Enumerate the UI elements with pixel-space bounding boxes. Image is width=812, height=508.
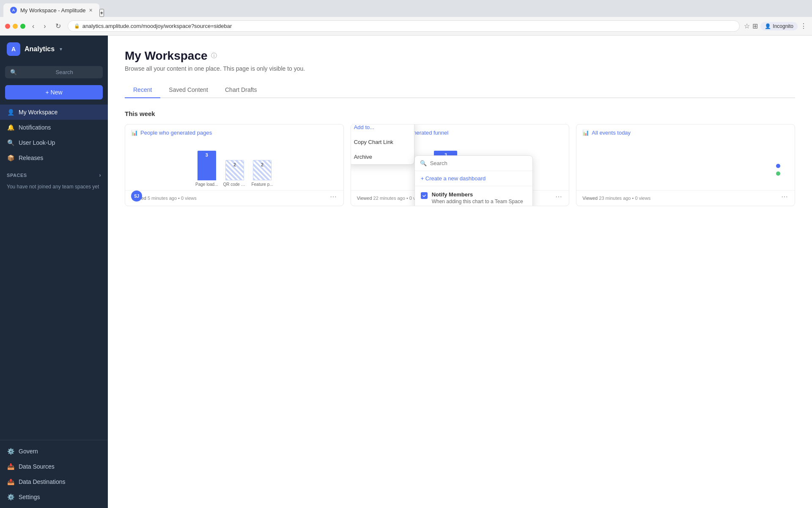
main-content: My Workspace ⓘ Browse all your content i… xyxy=(108,36,812,508)
sidebar-item-label: Notifications xyxy=(19,124,51,131)
page-title: My Workspace xyxy=(125,49,208,63)
copy-link-label: Copy Chart Link xyxy=(354,139,393,145)
data-destinations-icon: 📤 xyxy=(7,478,14,486)
tab-close-button[interactable]: × xyxy=(89,7,92,14)
notify-title: Notify Members xyxy=(432,191,523,198)
settings-icon: ⚙️ xyxy=(7,493,14,501)
browser-chrome: A My Workspace - Amplitude × + ‹ › ↻ 🔒 a… xyxy=(0,0,812,36)
spaces-label: SPACES xyxy=(7,173,27,178)
chart-icon: 📊 xyxy=(582,130,589,136)
active-tab[interactable]: A My Workspace - Amplitude × xyxy=(3,3,99,17)
back-button[interactable]: ‹ xyxy=(30,21,37,32)
bar-feature: 2 xyxy=(253,160,272,180)
app-layout: A Analytics ▾ 🔍 Search + New 👤 My Worksp… xyxy=(0,36,812,508)
sidebar-item-notifications[interactable]: 🔔 Notifications xyxy=(0,120,108,135)
app-name-chevron-icon[interactable]: ▾ xyxy=(60,46,62,52)
sidebar-search-field[interactable]: 🔍 Search xyxy=(5,66,103,78)
extension-icon[interactable]: ⊞ xyxy=(752,22,758,30)
menu-icon[interactable]: ⋮ xyxy=(800,22,807,30)
context-menu: Add to... Copy Chart Link Archive xyxy=(351,124,414,165)
avatar: SJ xyxy=(131,190,142,202)
page-subtitle: Browse all your content in one place. Th… xyxy=(125,65,795,72)
chart-card-people-pages: 📊 People who generated pages 3 Page load… xyxy=(125,124,344,206)
tab-chart-drafts[interactable]: Chart Drafts xyxy=(217,82,265,98)
card-chart-body xyxy=(576,139,795,190)
submenu-search-icon: 🔍 xyxy=(420,160,427,166)
submenu-search-input[interactable] xyxy=(430,160,527,166)
bar-container: 2 xyxy=(253,146,272,180)
reload-button[interactable]: ↻ xyxy=(53,20,63,32)
tab-recent[interactable]: Recent xyxy=(125,82,160,98)
submenu-search-bar: 🔍 xyxy=(415,156,532,171)
sidebar-item-label: Data Sources xyxy=(19,463,55,470)
bar-container: 2 xyxy=(225,146,244,180)
add-to-label: Add to... xyxy=(354,124,374,130)
profile-label: Incognito xyxy=(773,23,793,29)
sidebar-bottom-nav: ⚙️ Govern 📥 Data Sources 📤 Data Destinat… xyxy=(0,440,108,508)
card-chart-body: 3 Page load... 2 QR code g... xyxy=(125,139,343,190)
notify-checkbox[interactable] xyxy=(421,192,428,199)
spaces-header[interactable]: SPACES › xyxy=(7,172,101,178)
info-icon[interactable]: ⓘ xyxy=(211,52,217,60)
user-lookup-icon: 🔍 xyxy=(7,139,14,146)
dashboard-submenu: 🔍 + Create a new dashboard xyxy=(414,155,533,206)
more-menu-button[interactable]: ⋯ xyxy=(553,192,565,202)
sidebar-item-settings[interactable]: ⚙️ Settings xyxy=(0,489,108,505)
tabs-bar: Recent Saved Content Chart Drafts xyxy=(125,82,795,98)
context-menu-item-add-to[interactable]: Add to... xyxy=(351,124,414,135)
chart-card-qr-funnel: 📊 User > QR code generated funnel 3 Page… xyxy=(351,124,570,206)
card-header: 📊 All events today xyxy=(576,124,795,139)
sidebar-item-label: Data Destinations xyxy=(19,478,66,485)
context-menu-item-archive[interactable]: Archive xyxy=(351,149,414,164)
sidebar-item-user-lookup[interactable]: 🔍 User Look-Up xyxy=(0,135,108,150)
bar-group-2: 2 QR code g... xyxy=(223,146,246,187)
spaces-chevron-icon: › xyxy=(99,172,101,178)
bar-container: 3 xyxy=(198,146,216,180)
create-new-dashboard-button[interactable]: + Create a new dashboard xyxy=(415,171,532,186)
sidebar-item-label: My Workspace xyxy=(19,109,58,116)
maximize-window-button[interactable] xyxy=(20,24,25,29)
profile-chip[interactable]: 👤 Incognito xyxy=(760,22,798,30)
search-placeholder: Search xyxy=(56,69,98,75)
forward-button[interactable]: › xyxy=(41,21,48,32)
sidebar-item-label: Govern xyxy=(19,448,38,455)
spaces-section: SPACES › xyxy=(0,167,108,180)
sidebar-item-govern[interactable]: ⚙️ Govern xyxy=(0,444,108,459)
create-dashboard-label: + Create a new dashboard xyxy=(421,175,486,182)
more-menu-button[interactable]: ⋯ xyxy=(779,192,790,202)
dot-blue xyxy=(776,164,780,168)
archive-label: Archive xyxy=(354,154,372,160)
traffic-lights xyxy=(5,24,25,29)
address-bar[interactable]: 🔒 analytics.amplitude.com/moodjoy/worksp… xyxy=(68,20,740,32)
notify-text: Notify Members When adding this chart to… xyxy=(432,191,523,204)
app-name: Analytics xyxy=(25,45,55,53)
sidebar-nav: 👤 My Workspace 🔔 Notifications 🔍 User Lo… xyxy=(0,103,108,167)
card-actions: ⋯ xyxy=(779,192,790,202)
card-title[interactable]: All events today xyxy=(592,130,631,136)
new-button[interactable]: + New xyxy=(5,85,103,99)
new-tab-button[interactable]: + xyxy=(99,9,104,17)
close-window-button[interactable] xyxy=(5,24,10,29)
minimize-window-button[interactable] xyxy=(13,24,18,29)
sidebar-item-label: Settings xyxy=(19,494,40,500)
url-text: analytics.amplitude.com/moodjoy/workspac… xyxy=(82,23,232,29)
tab-bar: A My Workspace - Amplitude × + xyxy=(0,0,812,17)
card-title[interactable]: People who generated pages xyxy=(140,130,212,136)
context-menu-item-copy-link[interactable]: Copy Chart Link xyxy=(351,135,414,149)
app-logo[interactable]: A xyxy=(7,42,20,56)
tab-title: My Workspace - Amplitude xyxy=(20,7,85,14)
sidebar-item-data-sources[interactable]: 📥 Data Sources xyxy=(0,459,108,474)
sidebar-item-data-destinations[interactable]: 📤 Data Destinations xyxy=(0,474,108,489)
sidebar-item-releases[interactable]: 📦 Releases xyxy=(0,150,108,166)
dot-chart xyxy=(776,153,789,187)
bookmark-icon[interactable]: ☆ xyxy=(744,22,750,30)
cards-grid: 📊 People who generated pages 3 Page load… xyxy=(125,124,795,206)
browser-actions: ☆ ⊞ 👤 Incognito ⋮ xyxy=(744,22,807,30)
card-footer: Viewed 23 minutes ago • 0 views xyxy=(576,190,795,206)
bar-qr-code: 2 xyxy=(225,160,244,180)
sidebar-item-my-workspace[interactable]: 👤 My Workspace xyxy=(0,105,108,120)
more-menu-button[interactable]: ⋯ xyxy=(327,192,339,202)
sidebar-search-container: 🔍 Search xyxy=(0,63,108,82)
tab-saved-content[interactable]: Saved Content xyxy=(160,82,217,98)
data-sources-icon: 📥 xyxy=(7,463,14,470)
